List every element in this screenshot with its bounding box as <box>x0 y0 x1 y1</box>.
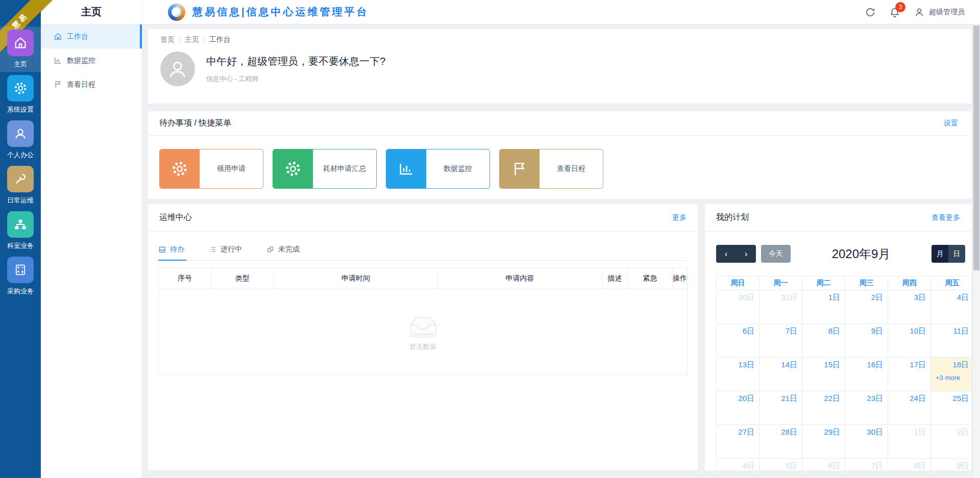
app-item-purchase-business[interactable]: 采购业务 <box>0 254 41 299</box>
sidebar-item-schedule[interactable]: 查看日程 <box>41 72 142 96</box>
home-icon <box>54 32 62 41</box>
tab-todo[interactable]: 待办 <box>158 245 186 260</box>
calendar-day-cell[interactable]: 22日 <box>802 391 845 425</box>
calendar-day-cell[interactable]: 15日 <box>802 358 845 391</box>
user-menu[interactable]: 超级管理员 <box>914 7 965 18</box>
app-item-dept-business[interactable]: 科室业务 <box>0 208 41 254</box>
calendar-day-cell[interactable]: 30日 <box>845 425 888 459</box>
calendar-day-cell[interactable]: 24日 <box>888 391 931 425</box>
calendar-day-cell[interactable]: 20日 <box>717 391 760 425</box>
day-number: 13日 <box>738 360 754 370</box>
weekday-label: 周二 <box>802 276 845 290</box>
more-events-link[interactable]: +3 more <box>936 374 960 382</box>
next-month-button[interactable]: › <box>736 245 756 263</box>
greeting-card: 首页 / 主页 / 工作台 中午好，超级管理员，要不要休息一下? 信息中心 - … <box>148 29 971 104</box>
calendar-day-cell[interactable]: 11日 <box>931 324 971 358</box>
brand-logo-icon <box>168 4 185 21</box>
quick-menu-card: 待办事项 / 快捷菜单 设置 领用申请 耗材申请汇总 <box>148 111 971 199</box>
quick-card-consumables-summary[interactable]: 耗材申请汇总 <box>273 149 377 189</box>
app-item-label: 个人办公 <box>7 150 34 160</box>
calendar-day-cell[interactable]: 10日 <box>888 324 931 358</box>
sidebar-item-data-monitor[interactable]: 数据监控 <box>41 48 142 72</box>
calendar-day-cell[interactable]: 5日 <box>760 459 802 470</box>
tab-unfinished[interactable]: 未完成 <box>266 245 302 260</box>
calendar-day-cell[interactable]: 7日 <box>845 459 888 470</box>
quick-card-requisition[interactable]: 领用申请 <box>159 149 263 189</box>
breadcrumb-item[interactable]: 主页 <box>185 35 199 44</box>
day-number: 11日 <box>953 326 969 336</box>
day-number: 20日 <box>738 394 754 404</box>
view-month-button[interactable]: 月 <box>932 245 948 263</box>
calendar-day-cell[interactable]: 2日 <box>931 425 971 459</box>
prev-month-button[interactable]: ‹ <box>716 245 736 263</box>
wrench-icon <box>7 166 34 192</box>
day-number: 22日 <box>824 394 840 404</box>
calendar-day-cell[interactable]: 28日 <box>760 425 802 459</box>
ops-tabs: 待办 进行中 未完成 <box>158 245 688 261</box>
table-column-header: 申请时间 <box>274 268 438 289</box>
view-day-button[interactable]: 日 <box>948 245 965 263</box>
day-number: 15日 <box>824 360 840 370</box>
scrollbar-thumb[interactable] <box>973 26 979 270</box>
empty-text: 暂无数据 <box>410 342 436 351</box>
ops-table-header: 序号类型申请时间申请内容描述紧急操作 <box>159 268 687 289</box>
today-button[interactable]: 今天 <box>761 245 791 263</box>
table-column-header: 操作 <box>673 268 687 289</box>
day-number: 7日 <box>871 461 883 470</box>
calendar-day-cell[interactable]: 13日 <box>717 358 760 391</box>
calendar-day-cell[interactable]: 23日 <box>845 391 888 425</box>
calendar-day-cell[interactable]: 27日 <box>717 425 760 459</box>
app-item-label: 主页 <box>14 60 27 69</box>
calendar-day-cell[interactable]: 6日 <box>802 459 845 470</box>
more-link[interactable]: 更多 <box>672 213 687 222</box>
refresh-icon[interactable] <box>865 7 876 18</box>
calendar-day-cell[interactable]: 21日 <box>760 391 802 425</box>
quick-card-data-monitor[interactable]: 数据监控 <box>386 149 490 189</box>
home-icon <box>7 30 34 56</box>
weekday-label: 周四 <box>888 276 931 290</box>
ops-center-panel: 运维中心 更多 待办 进行中 未完成 <box>148 204 698 470</box>
app-item-personal-office[interactable]: 个人办公 <box>0 117 41 163</box>
ops-table-empty-state: 暂无数据 <box>159 289 687 374</box>
calendar-day-cell[interactable]: 2日 <box>845 290 888 324</box>
calendar-day-cell[interactable]: 14日 <box>760 358 802 391</box>
day-number: 14日 <box>781 360 797 370</box>
notification-bell-icon[interactable]: 3 <box>889 7 900 18</box>
app-item-home[interactable]: 主页 <box>0 27 41 72</box>
calendar-day-cell[interactable]: 1日 <box>802 290 845 324</box>
view-more-link[interactable]: 查看更多 <box>932 213 960 222</box>
settings-link[interactable]: 设置 <box>944 119 958 128</box>
calendar-day-cell[interactable]: 4日 <box>717 459 760 470</box>
calendar-day-cell[interactable]: 6日 <box>717 324 760 358</box>
vertical-scrollbar[interactable] <box>972 24 980 478</box>
calendar-day-cell[interactable]: 17日 <box>888 358 931 391</box>
calendar-day-cell[interactable]: 16日 <box>845 358 888 391</box>
day-number: 31日 <box>781 293 797 303</box>
calendar-day-cell[interactable]: 1日 <box>888 425 931 459</box>
app-item-daily-ops[interactable]: 日常运维 <box>0 163 41 208</box>
bar-chart-icon <box>386 149 426 188</box>
breadcrumb-item[interactable]: 首页 <box>160 35 175 44</box>
calendar-day-cell[interactable]: 31日 <box>760 290 802 324</box>
calendar-day-cell[interactable]: 18日 +3 more <box>931 358 971 391</box>
calendar-day-cell[interactable]: 9日 <box>845 324 888 358</box>
calendar-day-cell[interactable]: 7日 <box>760 324 802 358</box>
calendar-day-cell[interactable]: 29日 <box>802 425 845 459</box>
calendar-day-cell[interactable]: 25日 <box>931 391 971 425</box>
calendar-day-cell[interactable]: 9日 <box>931 459 971 470</box>
calendar-day-cell[interactable]: 3日 <box>888 290 931 324</box>
ops-table: 序号类型申请时间申请内容描述紧急操作 暂无数据 <box>158 268 688 375</box>
top-header: 慧易信息|信息中心运维管理平台 3 超级管理员 <box>142 0 980 24</box>
calendar-day-cell[interactable]: 8日 <box>888 459 931 470</box>
app-item-label: 日常运维 <box>7 196 34 205</box>
calendar-day-cell[interactable]: 8日 <box>802 324 845 358</box>
quick-card-schedule[interactable]: 查看日程 <box>499 149 603 189</box>
app-item-system-settings[interactable]: 系统设置 <box>0 72 41 117</box>
tab-in-progress[interactable]: 进行中 <box>209 245 244 260</box>
calendar-day-cell[interactable]: 30日 <box>717 290 760 324</box>
sidebar-item-label: 工作台 <box>67 32 88 41</box>
weekday-label: 周三 <box>845 276 888 290</box>
day-number: 4日 <box>957 293 969 303</box>
sidebar-item-workbench[interactable]: 工作台 <box>41 24 142 48</box>
calendar-day-cell[interactable]: 4日 <box>931 290 971 324</box>
